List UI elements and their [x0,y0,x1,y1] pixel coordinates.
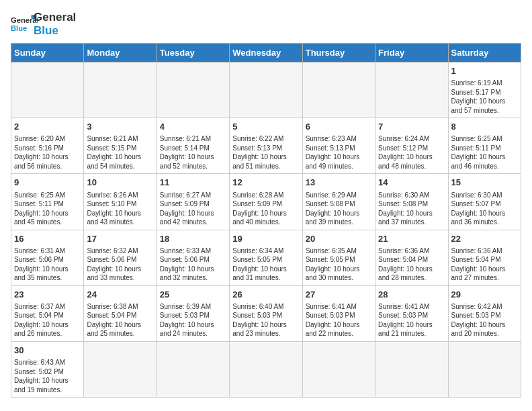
calendar-cell: 21Sunrise: 6:36 AM Sunset: 5:04 PM Dayli… [375,230,448,285]
calendar-cell: 28Sunrise: 6:41 AM Sunset: 5:03 PM Dayli… [375,285,448,341]
calendar-cell [84,341,157,397]
day-number: 20 [306,233,372,245]
day-number: 4 [160,121,226,133]
day-info: Sunrise: 6:26 AM Sunset: 5:10 PM Dayligh… [87,191,153,227]
calendar-cell [375,62,448,118]
day-number: 30 [14,345,81,357]
day-number: 27 [306,289,372,301]
day-info: Sunrise: 6:25 AM Sunset: 5:11 PM Dayligh… [451,134,518,171]
calendar-cell: 15Sunrise: 6:30 AM Sunset: 5:07 PM Dayli… [448,174,521,230]
day-info: Sunrise: 6:35 AM Sunset: 5:05 PM Dayligh… [306,246,372,283]
day-number: 15 [451,177,518,189]
day-number: 3 [87,121,153,133]
calendar-cell: 26Sunrise: 6:40 AM Sunset: 5:03 PM Dayli… [230,285,302,341]
calendar-cell: 14Sunrise: 6:30 AM Sunset: 5:08 PM Dayli… [375,174,448,230]
day-number: 22 [451,233,518,245]
day-info: Sunrise: 6:30 AM Sunset: 5:08 PM Dayligh… [378,191,445,227]
calendar-cell [11,62,84,118]
calendar-cell [230,341,302,397]
calendar-cell [302,341,375,397]
day-info: Sunrise: 6:24 AM Sunset: 5:12 PM Dayligh… [378,134,445,171]
page-header: General Blue General Blue [11,11,521,38]
day-info: Sunrise: 6:22 AM Sunset: 5:13 PM Dayligh… [232,134,299,171]
calendar-cell [375,341,448,397]
day-number: 7 [378,121,445,133]
day-info: Sunrise: 6:32 AM Sunset: 5:06 PM Dayligh… [87,246,153,283]
day-info: Sunrise: 6:27 AM Sunset: 5:09 PM Dayligh… [160,191,226,227]
calendar-cell: 9Sunrise: 6:25 AM Sunset: 5:11 PM Daylig… [11,174,84,230]
calendar-header-row: SundayMondayTuesdayWednesdayThursdayFrid… [11,44,521,62]
calendar-cell [448,341,521,397]
logo: General Blue General Blue [11,11,76,38]
day-number: 23 [14,289,81,301]
day-info: Sunrise: 6:38 AM Sunset: 5:04 PM Dayligh… [87,302,153,338]
calendar-week-1: 2Sunrise: 6:20 AM Sunset: 5:16 PM Daylig… [11,118,521,174]
calendar-cell: 25Sunrise: 6:39 AM Sunset: 5:03 PM Dayli… [157,285,229,341]
calendar-cell: 18Sunrise: 6:33 AM Sunset: 5:06 PM Dayli… [157,230,229,285]
calendar-cell: 23Sunrise: 6:37 AM Sunset: 5:04 PM Dayli… [11,285,84,341]
calendar-cell: 5Sunrise: 6:22 AM Sunset: 5:13 PM Daylig… [230,118,302,174]
day-number: 9 [14,177,81,189]
day-info: Sunrise: 6:40 AM Sunset: 5:03 PM Dayligh… [232,302,299,338]
calendar-cell: 17Sunrise: 6:32 AM Sunset: 5:06 PM Dayli… [84,230,157,285]
day-number: 16 [14,233,81,245]
day-number: 1 [451,65,518,77]
calendar-header-thursday: Thursday [302,44,375,62]
calendar-header-saturday: Saturday [448,44,521,62]
day-info: Sunrise: 6:43 AM Sunset: 5:02 PM Dayligh… [14,358,81,394]
day-info: Sunrise: 6:42 AM Sunset: 5:03 PM Dayligh… [451,302,518,338]
calendar-cell: 20Sunrise: 6:35 AM Sunset: 5:05 PM Dayli… [302,230,375,285]
calendar-cell: 11Sunrise: 6:27 AM Sunset: 5:09 PM Dayli… [157,174,229,230]
day-number: 19 [232,233,299,245]
day-info: Sunrise: 6:23 AM Sunset: 5:13 PM Dayligh… [306,134,372,171]
calendar-cell: 12Sunrise: 6:28 AM Sunset: 5:09 PM Dayli… [230,174,302,230]
svg-text:Blue: Blue [11,24,27,32]
calendar-week-4: 23Sunrise: 6:37 AM Sunset: 5:04 PM Dayli… [11,285,521,341]
day-number: 26 [232,289,299,301]
day-number: 14 [378,177,445,189]
day-info: Sunrise: 6:34 AM Sunset: 5:05 PM Dayligh… [232,246,299,283]
day-number: 17 [87,233,153,245]
day-number: 24 [87,289,153,301]
calendar-cell: 2Sunrise: 6:20 AM Sunset: 5:16 PM Daylig… [11,118,84,174]
calendar-cell: 29Sunrise: 6:42 AM Sunset: 5:03 PM Dayli… [448,285,521,341]
day-info: Sunrise: 6:36 AM Sunset: 5:04 PM Dayligh… [451,246,518,283]
day-info: Sunrise: 6:36 AM Sunset: 5:04 PM Dayligh… [378,246,445,283]
day-number: 11 [160,177,226,189]
day-info: Sunrise: 6:30 AM Sunset: 5:07 PM Dayligh… [451,191,518,227]
day-number: 18 [160,233,226,245]
calendar-header-sunday: Sunday [11,44,84,62]
day-number: 21 [378,233,445,245]
day-number: 10 [87,177,153,189]
day-info: Sunrise: 6:41 AM Sunset: 5:03 PM Dayligh… [378,302,445,338]
calendar-cell: 3Sunrise: 6:21 AM Sunset: 5:15 PM Daylig… [84,118,157,174]
calendar-header-tuesday: Tuesday [157,44,229,62]
calendar-cell [84,62,157,118]
day-info: Sunrise: 6:33 AM Sunset: 5:06 PM Dayligh… [160,246,226,283]
calendar-week-0: 1Sunrise: 6:19 AM Sunset: 5:17 PM Daylig… [11,62,521,118]
day-info: Sunrise: 6:19 AM Sunset: 5:17 PM Dayligh… [451,79,518,115]
calendar-cell: 24Sunrise: 6:38 AM Sunset: 5:04 PM Dayli… [84,285,157,341]
calendar-cell: 4Sunrise: 6:21 AM Sunset: 5:14 PM Daylig… [157,118,229,174]
logo-general-text: General [34,11,76,24]
day-number: 6 [306,121,372,133]
calendar-cell: 22Sunrise: 6:36 AM Sunset: 5:04 PM Dayli… [448,230,521,285]
calendar-cell: 6Sunrise: 6:23 AM Sunset: 5:13 PM Daylig… [302,118,375,174]
day-number: 8 [451,121,518,133]
calendar-week-5: 30Sunrise: 6:43 AM Sunset: 5:02 PM Dayli… [11,341,521,397]
calendar-cell: 30Sunrise: 6:43 AM Sunset: 5:02 PM Dayli… [11,341,84,397]
calendar-cell: 19Sunrise: 6:34 AM Sunset: 5:05 PM Dayli… [230,230,302,285]
calendar-cell [157,62,229,118]
day-info: Sunrise: 6:25 AM Sunset: 5:11 PM Dayligh… [14,191,81,227]
calendar-header-monday: Monday [84,44,157,62]
day-number: 2 [14,121,81,133]
calendar-cell: 13Sunrise: 6:29 AM Sunset: 5:08 PM Dayli… [302,174,375,230]
day-info: Sunrise: 6:39 AM Sunset: 5:03 PM Dayligh… [160,302,226,338]
day-info: Sunrise: 6:41 AM Sunset: 5:03 PM Dayligh… [306,302,372,338]
calendar-cell: 8Sunrise: 6:25 AM Sunset: 5:11 PM Daylig… [448,118,521,174]
calendar-header-wednesday: Wednesday [230,44,302,62]
calendar-header-friday: Friday [375,44,448,62]
calendar-cell [302,62,375,118]
calendar-table: SundayMondayTuesdayWednesdayThursdayFrid… [11,43,521,398]
calendar-cell: 10Sunrise: 6:26 AM Sunset: 5:10 PM Dayli… [84,174,157,230]
